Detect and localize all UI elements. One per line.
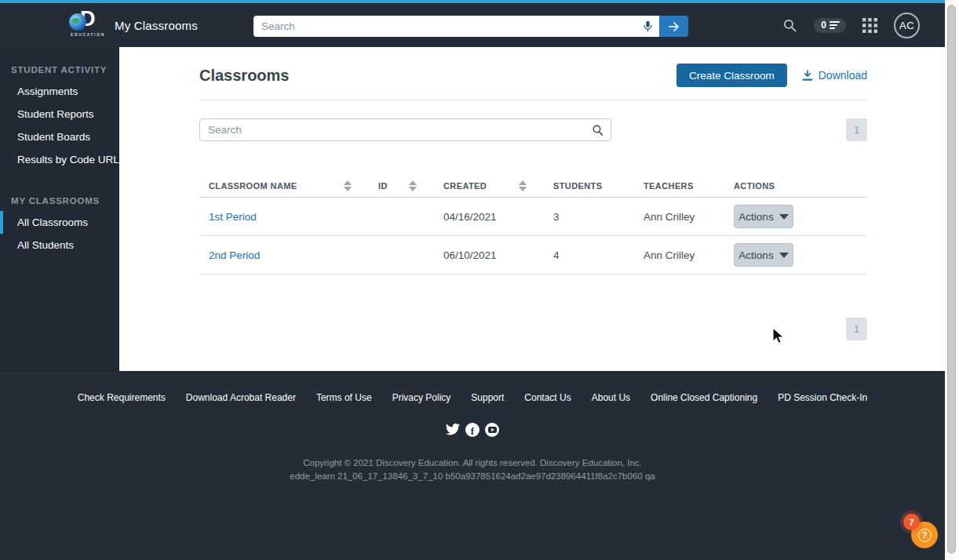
table-filter-row: 1	[199, 118, 867, 141]
footer-social-icons: f	[0, 423, 945, 437]
footer-build-version: edde_learn 21_06_17_13846_3_7_10 b50a937…	[0, 471, 945, 481]
notification-count: 0	[821, 20, 826, 31]
download-label: Download	[819, 69, 867, 82]
facebook-icon[interactable]: f	[465, 423, 480, 437]
header-search-icon[interactable]	[782, 18, 797, 33]
footer-link-terms-of-use[interactable]: Terms of Use	[316, 392, 372, 403]
classroom-name-cell: 2nd Period	[199, 249, 369, 261]
footer-link-download-acrobat-reader[interactable]: Download Acrobat Reader	[186, 392, 296, 403]
help-notification-badge: 7	[903, 514, 920, 530]
footer-link-pd-session-check-in[interactable]: PD Session Check-In	[778, 392, 867, 403]
page-title: Classrooms	[199, 67, 290, 85]
global-search-bar	[253, 16, 688, 37]
sidebar-item-all-students[interactable]: All Students	[0, 234, 119, 256]
sort-icon[interactable]	[519, 180, 527, 191]
page: D EDUCATION My Classrooms	[0, 0, 959, 560]
question-mark-icon: ?	[918, 529, 932, 542]
pagination-page-button-bottom[interactable]: 1	[846, 318, 867, 340]
notification-list-icon	[830, 20, 840, 31]
caret-down-icon	[779, 253, 789, 258]
footer-link-online-closed-captioning[interactable]: Online Closed Captioning	[651, 392, 757, 403]
column-header-created[interactable]: CREATED	[434, 180, 544, 191]
students-cell: 3	[544, 211, 634, 223]
sidebar: STUDENT ACTIVITY Assignments Student Rep…	[0, 47, 119, 371]
footer-link-support[interactable]: Support	[471, 392, 504, 403]
classroom-search-box	[199, 118, 611, 141]
footer-link-contact-us[interactable]: Contact Us	[524, 392, 571, 403]
footer-copyright: Copyright © 2021 Discovery Education. Al…	[0, 458, 945, 467]
students-cell: 4	[544, 249, 634, 261]
sidebar-item-student-boards[interactable]: Student Boards	[0, 125, 119, 148]
sidebar-item-student-reports[interactable]: Student Reports	[0, 103, 119, 125]
discovery-education-logo[interactable]: D EDUCATION	[69, 9, 104, 41]
classroom-name-cell: 1st Period	[199, 211, 369, 223]
create-classroom-button[interactable]: Create Classroom	[676, 64, 787, 87]
column-header-actions: ACTIONS	[724, 181, 867, 191]
sidebar-section-student-activity: STUDENT ACTIVITY	[0, 57, 119, 80]
sidebar-section-my-classrooms: MY CLASSROOMS	[0, 188, 119, 211]
footer-link-about-us[interactable]: About Us	[592, 392, 630, 403]
bottom-pagination-row: 1	[199, 318, 867, 340]
microphone-icon	[642, 20, 654, 33]
user-avatar[interactable]: AC	[894, 13, 920, 38]
sort-icon[interactable]	[344, 180, 352, 191]
app-title: My Classrooms	[115, 19, 198, 32]
column-header-teachers: TEACHERS	[634, 181, 724, 191]
table-header-row: CLASSROOM NAME ID CREATED STUDENTS TEACH…	[199, 174, 867, 198]
classroom-link[interactable]: 2nd Period	[209, 249, 260, 261]
column-header-students: STUDENTS	[544, 181, 634, 191]
sidebar-item-assignments[interactable]: Assignments	[0, 80, 119, 103]
twitter-icon[interactable]	[446, 423, 460, 437]
table-row: 1st Period 04/16/2021 3 Ann Crilley Acti…	[199, 198, 867, 236]
logo-globe-icon	[69, 13, 86, 31]
sidebar-item-all-classrooms[interactable]: All Classrooms	[0, 211, 119, 234]
arrow-right-icon	[667, 20, 681, 33]
apps-grid-icon[interactable]	[862, 18, 877, 33]
actions-dropdown-button[interactable]: Actions	[734, 205, 793, 228]
search-submit-button[interactable]	[659, 16, 688, 37]
table-row: 2nd Period 06/10/2021 4 Ann Crilley Acti…	[199, 236, 867, 275]
magnifier-icon[interactable]	[591, 123, 604, 140]
youtube-icon[interactable]	[485, 423, 499, 437]
voice-search-button[interactable]	[636, 16, 659, 37]
global-search-input[interactable]	[253, 16, 636, 37]
main-content: Classrooms Create Classroom Download	[119, 47, 945, 371]
logo-education-label: EDUCATION	[67, 32, 108, 37]
header-divider	[199, 100, 867, 100]
caret-down-icon	[779, 214, 789, 220]
scrollbar-thumb[interactable]	[947, 5, 956, 554]
page-header-actions: Create Classroom Download	[676, 64, 867, 87]
footer-links: Check Requirements Download Acrobat Read…	[0, 371, 945, 403]
teachers-cell: Ann Crilley	[634, 249, 724, 261]
vertical-scrollbar[interactable]	[945, 0, 959, 560]
assignments-notification-pill[interactable]: 0	[814, 18, 846, 33]
page-header-row: Classrooms Create Classroom Download	[199, 64, 867, 87]
created-cell: 06/10/2021	[434, 249, 544, 261]
actions-cell: Actions	[724, 243, 867, 267]
classroom-link[interactable]: 1st Period	[209, 211, 257, 223]
actions-cell: Actions	[724, 205, 867, 228]
actions-dropdown-button[interactable]: Actions	[734, 243, 793, 267]
teachers-cell: Ann Crilley	[634, 211, 724, 223]
footer-link-privacy-policy[interactable]: Privacy Policy	[392, 392, 451, 403]
topbar-right-controls: 0 AC	[782, 3, 920, 47]
pagination-page-button-top[interactable]: 1	[846, 118, 867, 141]
sort-icon[interactable]	[409, 180, 417, 191]
download-link[interactable]: Download	[801, 69, 867, 82]
top-navigation-bar: D EDUCATION My Classrooms	[0, 3, 945, 47]
column-header-id[interactable]: ID	[369, 180, 434, 191]
sidebar-item-results-by-code-url[interactable]: Results by Code URL	[0, 148, 119, 171]
classroom-search-input[interactable]	[199, 118, 611, 141]
download-icon	[801, 69, 814, 82]
classrooms-table: CLASSROOM NAME ID CREATED STUDENTS TEACH…	[199, 174, 867, 275]
footer: Check Requirements Download Acrobat Read…	[0, 371, 945, 560]
created-cell: 04/16/2021	[434, 211, 544, 223]
footer-link-check-requirements[interactable]: Check Requirements	[78, 392, 166, 403]
column-header-classroom-name[interactable]: CLASSROOM NAME	[199, 180, 369, 191]
sidebar-spacer	[0, 171, 119, 188]
